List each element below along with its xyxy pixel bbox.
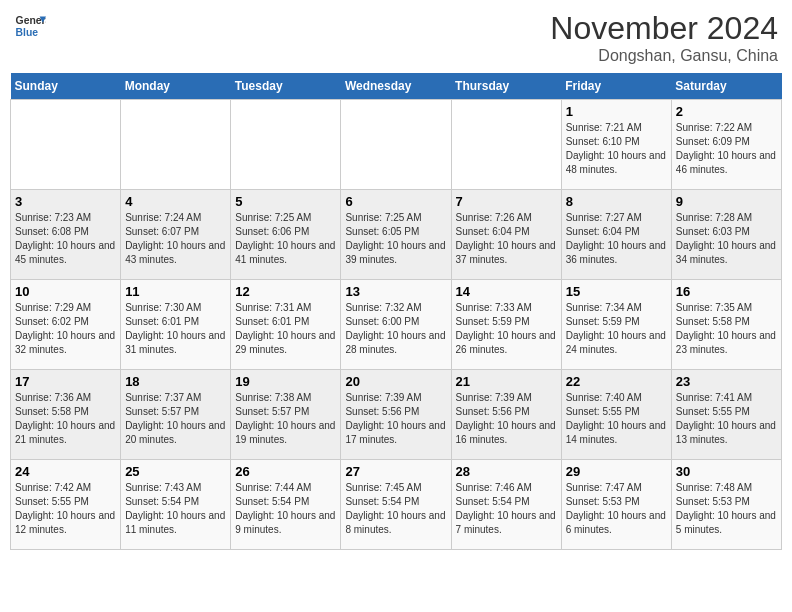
title-block: November 2024 Dongshan, Gansu, China bbox=[550, 10, 778, 65]
day-info: Sunrise: 7:39 AM Sunset: 5:56 PM Dayligh… bbox=[456, 391, 557, 447]
weekday-header-friday: Friday bbox=[561, 73, 671, 100]
day-number: 16 bbox=[676, 284, 777, 299]
day-info: Sunrise: 7:40 AM Sunset: 5:55 PM Dayligh… bbox=[566, 391, 667, 447]
weekday-header-wednesday: Wednesday bbox=[341, 73, 451, 100]
page-header: General Blue November 2024 Dongshan, Gan… bbox=[10, 10, 782, 65]
day-info: Sunrise: 7:26 AM Sunset: 6:04 PM Dayligh… bbox=[456, 211, 557, 267]
calendar-cell: 2Sunrise: 7:22 AM Sunset: 6:09 PM Daylig… bbox=[671, 100, 781, 190]
calendar-cell: 13Sunrise: 7:32 AM Sunset: 6:00 PM Dayli… bbox=[341, 280, 451, 370]
weekday-header-row: SundayMondayTuesdayWednesdayThursdayFrid… bbox=[11, 73, 782, 100]
day-number: 17 bbox=[15, 374, 116, 389]
weekday-header-thursday: Thursday bbox=[451, 73, 561, 100]
day-number: 10 bbox=[15, 284, 116, 299]
day-number: 27 bbox=[345, 464, 446, 479]
calendar-cell: 4Sunrise: 7:24 AM Sunset: 6:07 PM Daylig… bbox=[121, 190, 231, 280]
day-info: Sunrise: 7:25 AM Sunset: 6:05 PM Dayligh… bbox=[345, 211, 446, 267]
calendar-cell bbox=[341, 100, 451, 190]
day-number: 12 bbox=[235, 284, 336, 299]
calendar-week-5: 24Sunrise: 7:42 AM Sunset: 5:55 PM Dayli… bbox=[11, 460, 782, 550]
calendar-week-3: 10Sunrise: 7:29 AM Sunset: 6:02 PM Dayli… bbox=[11, 280, 782, 370]
day-number: 25 bbox=[125, 464, 226, 479]
day-number: 1 bbox=[566, 104, 667, 119]
weekday-header-saturday: Saturday bbox=[671, 73, 781, 100]
calendar-cell: 5Sunrise: 7:25 AM Sunset: 6:06 PM Daylig… bbox=[231, 190, 341, 280]
day-info: Sunrise: 7:44 AM Sunset: 5:54 PM Dayligh… bbox=[235, 481, 336, 537]
calendar-week-2: 3Sunrise: 7:23 AM Sunset: 6:08 PM Daylig… bbox=[11, 190, 782, 280]
day-number: 3 bbox=[15, 194, 116, 209]
calendar-cell: 12Sunrise: 7:31 AM Sunset: 6:01 PM Dayli… bbox=[231, 280, 341, 370]
day-number: 15 bbox=[566, 284, 667, 299]
day-number: 19 bbox=[235, 374, 336, 389]
day-info: Sunrise: 7:43 AM Sunset: 5:54 PM Dayligh… bbox=[125, 481, 226, 537]
day-number: 13 bbox=[345, 284, 446, 299]
day-number: 11 bbox=[125, 284, 226, 299]
day-info: Sunrise: 7:28 AM Sunset: 6:03 PM Dayligh… bbox=[676, 211, 777, 267]
day-info: Sunrise: 7:45 AM Sunset: 5:54 PM Dayligh… bbox=[345, 481, 446, 537]
day-info: Sunrise: 7:42 AM Sunset: 5:55 PM Dayligh… bbox=[15, 481, 116, 537]
day-number: 7 bbox=[456, 194, 557, 209]
day-info: Sunrise: 7:32 AM Sunset: 6:00 PM Dayligh… bbox=[345, 301, 446, 357]
day-number: 8 bbox=[566, 194, 667, 209]
calendar-cell: 23Sunrise: 7:41 AM Sunset: 5:55 PM Dayli… bbox=[671, 370, 781, 460]
day-info: Sunrise: 7:25 AM Sunset: 6:06 PM Dayligh… bbox=[235, 211, 336, 267]
day-info: Sunrise: 7:27 AM Sunset: 6:04 PM Dayligh… bbox=[566, 211, 667, 267]
day-info: Sunrise: 7:41 AM Sunset: 5:55 PM Dayligh… bbox=[676, 391, 777, 447]
logo-icon: General Blue bbox=[14, 10, 46, 42]
day-number: 22 bbox=[566, 374, 667, 389]
calendar-cell: 1Sunrise: 7:21 AM Sunset: 6:10 PM Daylig… bbox=[561, 100, 671, 190]
calendar-cell bbox=[451, 100, 561, 190]
calendar-cell: 22Sunrise: 7:40 AM Sunset: 5:55 PM Dayli… bbox=[561, 370, 671, 460]
calendar-title: November 2024 bbox=[550, 10, 778, 47]
day-info: Sunrise: 7:24 AM Sunset: 6:07 PM Dayligh… bbox=[125, 211, 226, 267]
calendar-cell: 27Sunrise: 7:45 AM Sunset: 5:54 PM Dayli… bbox=[341, 460, 451, 550]
day-info: Sunrise: 7:30 AM Sunset: 6:01 PM Dayligh… bbox=[125, 301, 226, 357]
calendar-cell: 3Sunrise: 7:23 AM Sunset: 6:08 PM Daylig… bbox=[11, 190, 121, 280]
day-number: 2 bbox=[676, 104, 777, 119]
day-info: Sunrise: 7:47 AM Sunset: 5:53 PM Dayligh… bbox=[566, 481, 667, 537]
day-number: 9 bbox=[676, 194, 777, 209]
calendar-cell: 11Sunrise: 7:30 AM Sunset: 6:01 PM Dayli… bbox=[121, 280, 231, 370]
day-number: 23 bbox=[676, 374, 777, 389]
day-info: Sunrise: 7:22 AM Sunset: 6:09 PM Dayligh… bbox=[676, 121, 777, 177]
calendar-cell bbox=[11, 100, 121, 190]
day-info: Sunrise: 7:35 AM Sunset: 5:58 PM Dayligh… bbox=[676, 301, 777, 357]
day-info: Sunrise: 7:34 AM Sunset: 5:59 PM Dayligh… bbox=[566, 301, 667, 357]
calendar-week-4: 17Sunrise: 7:36 AM Sunset: 5:58 PM Dayli… bbox=[11, 370, 782, 460]
day-number: 30 bbox=[676, 464, 777, 479]
day-number: 18 bbox=[125, 374, 226, 389]
calendar-cell: 18Sunrise: 7:37 AM Sunset: 5:57 PM Dayli… bbox=[121, 370, 231, 460]
calendar-table: SundayMondayTuesdayWednesdayThursdayFrid… bbox=[10, 73, 782, 550]
day-info: Sunrise: 7:38 AM Sunset: 5:57 PM Dayligh… bbox=[235, 391, 336, 447]
calendar-cell: 26Sunrise: 7:44 AM Sunset: 5:54 PM Dayli… bbox=[231, 460, 341, 550]
day-number: 21 bbox=[456, 374, 557, 389]
day-info: Sunrise: 7:21 AM Sunset: 6:10 PM Dayligh… bbox=[566, 121, 667, 177]
calendar-cell: 15Sunrise: 7:34 AM Sunset: 5:59 PM Dayli… bbox=[561, 280, 671, 370]
calendar-cell bbox=[231, 100, 341, 190]
calendar-cell: 9Sunrise: 7:28 AM Sunset: 6:03 PM Daylig… bbox=[671, 190, 781, 280]
day-info: Sunrise: 7:33 AM Sunset: 5:59 PM Dayligh… bbox=[456, 301, 557, 357]
day-info: Sunrise: 7:29 AM Sunset: 6:02 PM Dayligh… bbox=[15, 301, 116, 357]
day-number: 24 bbox=[15, 464, 116, 479]
day-number: 14 bbox=[456, 284, 557, 299]
calendar-subtitle: Dongshan, Gansu, China bbox=[550, 47, 778, 65]
svg-text:Blue: Blue bbox=[16, 27, 39, 38]
calendar-cell: 10Sunrise: 7:29 AM Sunset: 6:02 PM Dayli… bbox=[11, 280, 121, 370]
calendar-cell: 17Sunrise: 7:36 AM Sunset: 5:58 PM Dayli… bbox=[11, 370, 121, 460]
day-number: 29 bbox=[566, 464, 667, 479]
day-number: 20 bbox=[345, 374, 446, 389]
calendar-cell: 14Sunrise: 7:33 AM Sunset: 5:59 PM Dayli… bbox=[451, 280, 561, 370]
day-info: Sunrise: 7:36 AM Sunset: 5:58 PM Dayligh… bbox=[15, 391, 116, 447]
day-number: 6 bbox=[345, 194, 446, 209]
calendar-cell: 8Sunrise: 7:27 AM Sunset: 6:04 PM Daylig… bbox=[561, 190, 671, 280]
day-info: Sunrise: 7:48 AM Sunset: 5:53 PM Dayligh… bbox=[676, 481, 777, 537]
calendar-cell: 6Sunrise: 7:25 AM Sunset: 6:05 PM Daylig… bbox=[341, 190, 451, 280]
day-number: 26 bbox=[235, 464, 336, 479]
calendar-cell: 19Sunrise: 7:38 AM Sunset: 5:57 PM Dayli… bbox=[231, 370, 341, 460]
logo: General Blue bbox=[14, 10, 50, 42]
weekday-header-tuesday: Tuesday bbox=[231, 73, 341, 100]
calendar-cell: 20Sunrise: 7:39 AM Sunset: 5:56 PM Dayli… bbox=[341, 370, 451, 460]
day-info: Sunrise: 7:37 AM Sunset: 5:57 PM Dayligh… bbox=[125, 391, 226, 447]
calendar-cell: 21Sunrise: 7:39 AM Sunset: 5:56 PM Dayli… bbox=[451, 370, 561, 460]
calendar-cell: 25Sunrise: 7:43 AM Sunset: 5:54 PM Dayli… bbox=[121, 460, 231, 550]
day-number: 4 bbox=[125, 194, 226, 209]
